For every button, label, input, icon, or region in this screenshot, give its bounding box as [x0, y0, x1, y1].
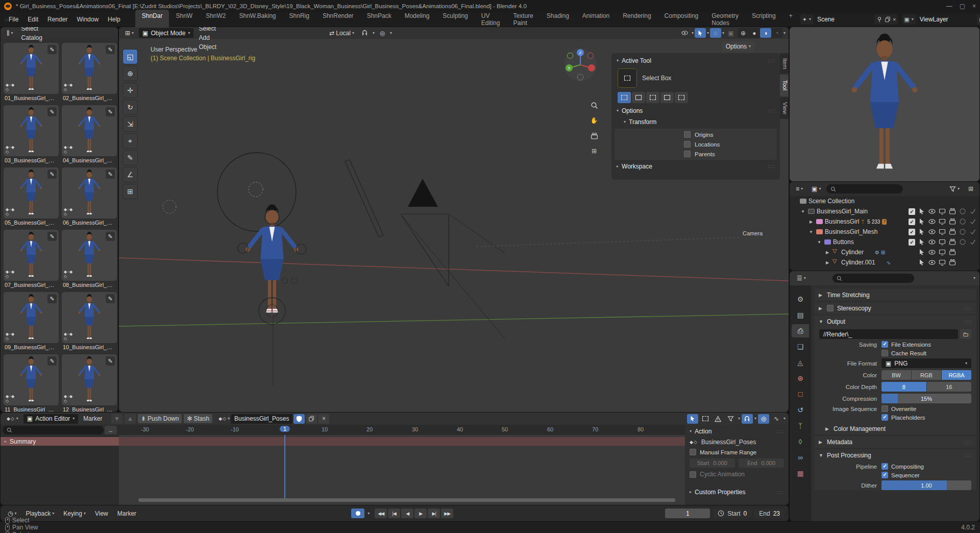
camera-view-icon[interactable] — [587, 129, 601, 142]
edit-asset-icon[interactable]: ✎ — [47, 169, 57, 179]
viewport-options-dropdown[interactable]: Options▾ — [722, 41, 755, 51]
manual-frame-range-checkbox[interactable] — [690, 449, 696, 455]
scene-name-field[interactable]: Scene — [813, 14, 874, 25]
zoom-view-icon[interactable] — [587, 99, 601, 112]
active-tool-panel-header[interactable]: ▾Active Tool:::: — [611, 55, 780, 66]
summary-channel[interactable]: ▾Summary — [1, 437, 119, 446]
falloff-curve-icon[interactable]: ∿ — [771, 414, 782, 424]
tool-cursor[interactable]: ⊕ — [122, 66, 138, 81]
output-path-field[interactable]: //Render\_ — [819, 329, 958, 339]
stereoscopy-checkbox[interactable] — [827, 305, 834, 311]
tool-move[interactable]: ✛ — [122, 83, 138, 98]
outliner-search-input[interactable] — [826, 184, 903, 193]
dope-snap-icon[interactable] — [742, 414, 753, 424]
origins-checkbox[interactable]: Origins — [615, 130, 777, 139]
outliner-filter-icon-dropdown[interactable]: ▣▾ — [808, 184, 824, 193]
disable-render-icon[interactable] — [949, 218, 956, 225]
action-panel-header[interactable]: ▾Action:::: — [685, 426, 789, 437]
selectable-icon[interactable] — [918, 228, 925, 235]
color-management-panel[interactable]: ▶Color Management — [814, 423, 976, 434]
dope-editor-type-button[interactable]: ◆◇▾ — [4, 415, 21, 422]
tab-scene-icon[interactable]: ◬ — [792, 356, 809, 369]
select-mode-intersect[interactable] — [675, 92, 688, 103]
outliner-row-businessgirl-mesh[interactable]: ▼ BusinessGirl_Mesh ✓ — [790, 227, 979, 237]
collection-checkbox[interactable]: ✓ — [909, 239, 915, 246]
depth-16-button[interactable]: 16 — [927, 382, 972, 392]
color-bw-button[interactable]: BW — [881, 370, 911, 380]
asset-pose-card[interactable]: ✎ ◆▫◆◇ 06_BusinessGirl_… — [62, 167, 117, 226]
cache-result-checkbox[interactable] — [881, 350, 888, 356]
compression-slider[interactable]: 15% — [881, 394, 971, 403]
tool-select-box[interactable]: ◱ — [122, 49, 138, 64]
panel-grip-icon[interactable]: :::: — [768, 58, 775, 63]
overlays-toggle-icon[interactable]: ◌ — [710, 28, 721, 38]
parents-checkbox[interactable]: Parents — [615, 149, 777, 159]
viewport-menu[interactable]: Select — [195, 27, 219, 33]
disable-viewport-icon[interactable] — [939, 249, 946, 256]
file-format-dropdown[interactable]: ▣PNG▾ — [881, 358, 971, 368]
timeline-ruler[interactable]: -30-20-1011020304050607080 — [119, 425, 685, 435]
expand-icon[interactable]: ▶ — [824, 250, 830, 255]
marker-menu[interactable]: Marker — [114, 509, 139, 518]
frame-start-field[interactable]: Start0.000 — [690, 458, 735, 468]
cyclic-animation-checkbox[interactable] — [690, 471, 696, 478]
transform-subpanel-header[interactable]: ▾Transform — [611, 116, 780, 128]
asset-pose-card[interactable]: ✎ ◆▫◆◇ 04_BusinessGirl_… — [62, 105, 117, 163]
indirect-only-icon[interactable] — [969, 208, 976, 215]
panel-grip-icon[interactable]: :::: — [965, 306, 972, 311]
asset-pose-card[interactable]: ✎ ◆▫◆◇ 08_BusinessGirl_… — [62, 230, 117, 288]
new-collection-button[interactable]: ⊞ — [965, 184, 976, 194]
render-preview-panel[interactable] — [790, 27, 979, 181]
dope-proportional-icon[interactable]: ◎ — [758, 414, 769, 424]
compositing-checkbox[interactable] — [881, 463, 888, 470]
tool-add-primitive[interactable]: ⊞ — [122, 184, 138, 199]
edit-asset-icon[interactable]: ✎ — [47, 356, 57, 366]
color-rgba-button[interactable]: RGBA — [942, 370, 971, 380]
asset-pose-card[interactable]: ✎ ◆▫◆◇ 11_BusinessGirl_… — [4, 354, 59, 412]
selectable-icon[interactable] — [918, 218, 925, 225]
tool-measure[interactable]: ∠ — [122, 167, 138, 182]
shading-rendered-icon[interactable]: ◔ — [771, 28, 782, 38]
workspace-tab[interactable]: Texture Paint — [506, 10, 540, 29]
workspace-tab[interactable]: Geometry Nodes — [705, 10, 745, 29]
workspace-tab[interactable]: ShnRender — [316, 10, 360, 29]
outliner-row-businessgirl[interactable]: ▶ BusinessGirl ᛉ 5 233 7 ✓ — [790, 216, 979, 227]
stash-button[interactable]: ✻Stash — [184, 414, 212, 423]
placeholders-checkbox[interactable] — [881, 414, 888, 421]
outliner-filter-dropdown[interactable]: ▾ — [946, 185, 963, 193]
metadata-panel[interactable]: ▶Metadata:::: — [814, 436, 976, 448]
dither-slider[interactable]: 1.00 — [881, 480, 971, 490]
indirect-only-icon[interactable] — [969, 228, 976, 235]
workspace-tab[interactable]: ShnRig — [283, 10, 316, 29]
dope-mode-dropdown[interactable]: ▣Action Editor▾ — [23, 414, 78, 424]
panel-grip-icon[interactable]: :::: — [965, 440, 972, 445]
edit-asset-icon[interactable]: ✎ — [106, 356, 115, 366]
workspace-tab[interactable]: Shading — [540, 10, 576, 29]
panel-grip-icon[interactable]: :::: — [965, 453, 972, 458]
new-action-icon[interactable] — [306, 414, 317, 424]
topbar-menu[interactable]: Render — [43, 14, 72, 25]
overwrite-checkbox[interactable] — [881, 405, 888, 412]
disable-render-icon[interactable] — [949, 238, 956, 246]
tool-transform[interactable]: ⌖ — [122, 133, 138, 149]
options-panel-header[interactable]: ▾Options:::: — [611, 105, 780, 116]
selectable-icon[interactable] — [918, 249, 925, 256]
tab-physics-icon[interactable]: ↺ — [792, 403, 809, 417]
tab-tool-icon[interactable]: ⚙ — [792, 293, 809, 306]
hide-eye-icon[interactable] — [928, 259, 936, 266]
locations-checkbox[interactable]: Locations — [615, 139, 777, 149]
edit-asset-icon[interactable]: ✎ — [106, 169, 115, 179]
color-rgb-button[interactable]: RGB — [912, 370, 941, 380]
scene-selector[interactable]: ✦▾ Scene × — [800, 14, 898, 25]
only-selected-icon[interactable] — [687, 414, 698, 424]
panel-grip-icon[interactable]: :::: — [768, 108, 775, 113]
play-reverse-button[interactable]: ◀ — [401, 508, 413, 518]
selectable-icon[interactable] — [918, 208, 925, 215]
next-keyframe-button[interactable]: ▶| — [428, 508, 440, 518]
current-frame-field[interactable]: 1 — [665, 508, 710, 518]
pan-view-icon[interactable]: ✋ — [587, 114, 601, 127]
collection-checkbox[interactable]: ✓ — [909, 229, 915, 235]
channel-expand-icon[interactable]: ↔ — [105, 426, 117, 434]
view-menu[interactable]: View — [92, 509, 111, 518]
hide-channels-icon[interactable] — [700, 414, 711, 424]
